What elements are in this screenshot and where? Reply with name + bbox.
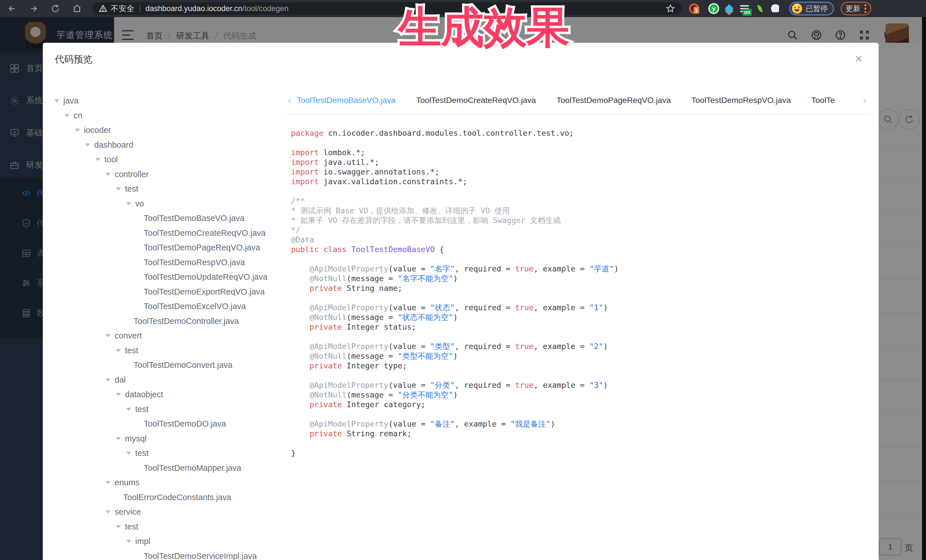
caret-down-icon[interactable] xyxy=(75,128,80,132)
tree-folder[interactable]: test xyxy=(51,402,287,417)
caret-down-icon[interactable] xyxy=(116,525,121,528)
tree-folder[interactable]: impl xyxy=(51,534,287,549)
tree-file[interactable]: ToolTestDemoConvert.java xyxy=(51,358,287,373)
code-line: import javax.validation.constraints.*; xyxy=(291,177,861,186)
caret-down-icon[interactable] xyxy=(126,540,131,543)
caret-down-icon[interactable] xyxy=(116,437,121,440)
caret-down-icon[interactable] xyxy=(85,143,90,146)
tab-3[interactable]: ToolTestDemoRespVO.java xyxy=(691,92,791,115)
code-line: @ApiModelProperty(value = "名字", required… xyxy=(291,264,861,274)
address-bar[interactable]: 不安全 dashboard.yudao.iocoder.cn /tool/cod… xyxy=(92,2,681,15)
browser-profile-button[interactable]: 已暂停 xyxy=(789,2,834,15)
code-line: public class ToolTestDemoBaseVO { xyxy=(291,245,861,254)
url-path: /tool/codegen xyxy=(242,4,288,13)
tree-folder[interactable]: test xyxy=(51,343,287,358)
tree-file[interactable]: ToolTestDemoBaseVO.java xyxy=(51,211,287,226)
tree-file[interactable]: ToolTestDemoRespVO.java xyxy=(51,255,287,270)
tree-file[interactable]: ToolTestDemoPageReqVO.java xyxy=(51,240,287,255)
tab-0[interactable]: ToolTestDemoBaseVO.java xyxy=(297,92,396,115)
tree-folder[interactable]: dashboard xyxy=(51,138,287,152)
tree-node-label: test xyxy=(135,405,148,414)
tree-node-label: ToolTestDemoExcelVO.java xyxy=(144,302,246,311)
caret-down-icon[interactable] xyxy=(126,202,131,205)
tree-node-label: ToolTestDemoServiceImpl.java xyxy=(144,551,257,560)
tree-folder[interactable]: dal xyxy=(51,373,287,388)
tree-node-label: ToolErrorCodeConstants.java xyxy=(123,493,232,502)
extension-orange-icon[interactable]: 1 xyxy=(689,3,699,14)
tree-folder[interactable]: vo xyxy=(51,196,287,211)
tree-folder[interactable]: cn xyxy=(51,108,287,123)
browser-forward-button[interactable] xyxy=(29,3,39,14)
tree-folder[interactable]: service xyxy=(51,505,287,519)
tree-node-label: test xyxy=(135,448,148,458)
tree-node-label: ToolTestDemoCreateReqVO.java xyxy=(144,228,266,238)
caret-down-icon[interactable] xyxy=(54,99,59,103)
tab-1[interactable]: ToolTestDemoCreateReqVO.java xyxy=(416,92,536,115)
url-host[interactable]: dashboard.yudao.iocoder.cn xyxy=(145,4,242,13)
caret-down-icon[interactable] xyxy=(106,481,111,484)
tree-folder[interactable]: tool xyxy=(51,152,287,167)
tree-file[interactable]: ToolTestDemoServiceImpl.java xyxy=(51,549,287,560)
tree-folder[interactable]: dataobject xyxy=(51,387,287,402)
extension-sprout-icon[interactable] xyxy=(755,3,766,14)
caret-down-icon[interactable] xyxy=(95,158,100,161)
extensions-puzzle-icon[interactable] xyxy=(770,3,781,14)
tree-node-label: vo xyxy=(135,199,144,208)
tree-node-label: ToolTestDemoMapper.java xyxy=(144,463,241,473)
tree-file[interactable]: ToolTestDemoExcelVO.java xyxy=(51,299,287,314)
extension-green-icon[interactable]: y xyxy=(708,3,719,14)
tab-4[interactable]: ToolTe xyxy=(811,92,835,115)
tree-file[interactable]: ToolTestDemoCreateReqVO.java xyxy=(51,226,287,241)
tree-file[interactable]: ToolTestDemoUpdateReqVO.java xyxy=(51,270,287,285)
caret-down-icon[interactable] xyxy=(65,114,70,117)
code-line: private String remark; xyxy=(291,429,861,439)
code-line xyxy=(291,254,861,264)
tree-folder[interactable]: test xyxy=(51,519,287,534)
caret-down-icon[interactable] xyxy=(116,393,121,396)
tree-folder[interactable]: test xyxy=(51,182,287,196)
tree-file[interactable]: ToolTestDemoDO.java xyxy=(51,417,287,432)
caret-down-icon[interactable] xyxy=(106,173,111,176)
tree-node-label: test xyxy=(125,184,138,193)
tree-folder[interactable]: mysql xyxy=(51,432,287,446)
caret-down-icon[interactable] xyxy=(116,187,121,190)
extension-diamond-icon[interactable] xyxy=(724,3,735,14)
extension-list-icon[interactable]: on xyxy=(739,3,750,14)
browser-reload-button[interactable] xyxy=(50,3,61,14)
tree-folder[interactable]: enums xyxy=(51,475,287,490)
tab-2[interactable]: ToolTestDemoPageReqVO.java xyxy=(557,92,671,115)
tree-file[interactable]: ToolTestDemoMapper.java xyxy=(51,461,287,475)
file-tab-bar: ‹ ToolTestDemoBaseVO.javaToolTestDemoCre… xyxy=(285,92,870,115)
kebab-menu-icon xyxy=(864,4,866,13)
update-label: 更新 xyxy=(846,4,860,14)
code-line: package cn.iocoder.dashboard.modules.too… xyxy=(291,128,861,138)
tree-node-label: dashboard xyxy=(94,140,133,150)
caret-down-icon[interactable] xyxy=(116,349,121,352)
code-line: private String name; xyxy=(291,284,861,293)
not-secure-label[interactable]: 不安全 xyxy=(111,3,135,14)
caret-down-icon[interactable] xyxy=(126,452,131,455)
tree-file[interactable]: ToolTestDemoExportReqVO.java xyxy=(51,285,287,299)
bookmark-star-icon[interactable] xyxy=(666,4,675,14)
browser-update-menu-button[interactable]: 更新 xyxy=(841,2,871,15)
tabs-next-icon[interactable]: › xyxy=(860,92,870,109)
tree-node-label: mysql xyxy=(125,434,147,444)
tree-folder[interactable]: controller xyxy=(51,167,287,182)
browser-back-button[interactable] xyxy=(7,3,17,14)
handwritten-annotation: 生成效果 生成效果 xyxy=(398,5,569,50)
tree-folder[interactable]: convert xyxy=(51,329,287,343)
caret-down-icon[interactable] xyxy=(106,378,111,382)
tabs-prev-icon[interactable]: ‹ xyxy=(285,92,294,109)
tree-folder[interactable]: iocoder xyxy=(51,123,287,138)
caret-down-icon[interactable] xyxy=(106,510,111,513)
caret-down-icon[interactable] xyxy=(106,334,111,337)
tree-file[interactable]: ToolErrorCodeConstants.java xyxy=(51,490,287,505)
caret-down-icon[interactable] xyxy=(126,408,131,411)
tree-node-label: dal xyxy=(115,375,126,385)
tree-folder[interactable]: java xyxy=(51,94,287,108)
close-icon[interactable] xyxy=(853,54,864,64)
tree-file[interactable]: ToolTestDemoController.java xyxy=(51,314,287,329)
tree-folder[interactable]: test xyxy=(51,446,287,461)
browser-home-button[interactable] xyxy=(72,3,82,14)
tree-node-label: java xyxy=(64,96,79,106)
